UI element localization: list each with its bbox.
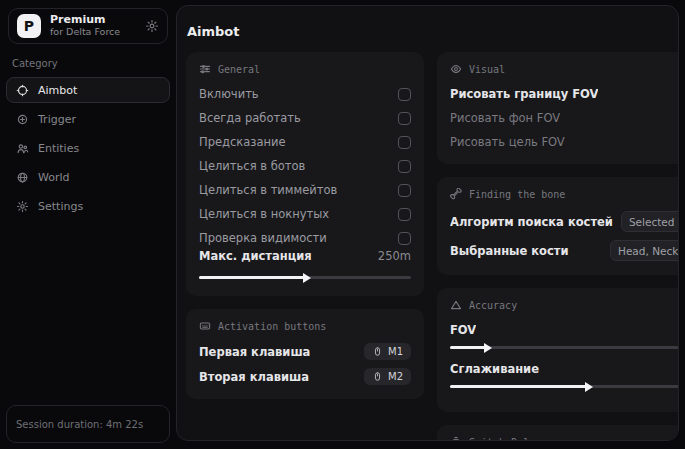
toggle-checkbox[interactable] [398, 136, 411, 149]
bone-row-list: Алгоритм поиска костейSelected boneВыбра… [450, 211, 679, 261]
toggle-row: Включить [199, 86, 411, 102]
toggle-checkbox[interactable] [398, 88, 411, 101]
card-activation-header: Activation buttons [199, 320, 411, 332]
bone-row: Выбранные костиHead, Neck, Body, Pe.. [450, 240, 679, 261]
sidebar-item-aimbot[interactable]: Aimbot [6, 77, 170, 103]
fov-slider[interactable] [450, 342, 679, 352]
toggle-row: Целиться в тиммейтов [199, 182, 411, 198]
world-icon [16, 171, 29, 184]
mouse-icon [372, 371, 383, 382]
bone-select[interactable]: Head, Neck, Body, Pe.. [610, 240, 679, 261]
sidebar-item-trigger[interactable]: Trigger [6, 106, 170, 132]
category-label: Category [12, 58, 164, 69]
sidebar: P Premium for Delta Force Category Aimbo… [0, 0, 176, 449]
card-visual: Visual Рисовать границу FOVРисовать фон … [437, 52, 679, 164]
slider-fill [450, 385, 587, 388]
app-subtitle: for Delta Force [50, 27, 136, 38]
select-value: Selected bone [629, 216, 679, 228]
gear-icon[interactable] [145, 19, 159, 33]
sidebar-item-world[interactable]: World [6, 164, 170, 190]
toggle-row: Целиться в ботов [199, 158, 411, 174]
sidebar-item-label: Trigger [38, 113, 76, 126]
brand-text: Premium for Delta Force [50, 14, 136, 38]
card-finding-bone: Finding the bone Алгоритм поиска костейS… [437, 177, 679, 275]
max-distance-slider[interactable] [199, 272, 411, 282]
keybind-value: M1 [388, 346, 403, 357]
card-switch-header: Switch Delay [450, 436, 679, 441]
sidebar-item-settings[interactable]: Settings [6, 193, 170, 219]
app-logo: P [17, 14, 41, 38]
card-title: Visual [469, 64, 505, 75]
bone-row: Алгоритм поиска костейSelected bone [450, 211, 679, 232]
max-distance-slider-group: Макс. дистанция250m [199, 248, 411, 282]
keyboard-icon [199, 320, 211, 332]
toggle-row: Всегда работать [199, 110, 411, 126]
toggle-label: Целиться в нокнутых [199, 207, 329, 221]
trigger-icon [16, 113, 29, 126]
card-activation: Activation buttons Первая клавишаM1Втора… [186, 309, 424, 399]
keybind-row: Первая клавишаM1 [199, 343, 411, 360]
page-title: Aimbot [187, 24, 672, 39]
settings-icon [16, 200, 29, 213]
toggle-checkbox[interactable] [398, 184, 411, 197]
keybind-button[interactable]: M1 [364, 343, 411, 360]
card-general-header: General [199, 63, 411, 75]
sidebar-item-label: Settings [38, 200, 83, 213]
keybind-button[interactable]: M2 [364, 368, 411, 385]
brand-card: P Premium for Delta Force [8, 8, 168, 44]
main-panel: Aimbot General ВключитьВсегда работатьПр… [176, 5, 679, 441]
card-title: Accuracy [469, 300, 517, 311]
sidebar-item-entities[interactable]: Entities [6, 135, 170, 161]
slider-label-row: Сглаживание50% [450, 361, 679, 377]
slider-thumb[interactable] [484, 343, 492, 353]
card-bone-header: Finding the bone [450, 188, 679, 200]
toggle-label: Включить [199, 87, 259, 101]
toggle-row: Предсказание [199, 134, 411, 150]
bone-select[interactable]: Selected bone [621, 211, 679, 232]
toggle-checkbox[interactable] [398, 112, 411, 125]
mouse-icon [372, 346, 383, 357]
toggle-label: Целиться в тиммейтов [199, 183, 337, 197]
smoothing-group: Сглаживание50% [450, 361, 679, 391]
smoothing-label: Сглаживание [450, 362, 539, 376]
card-switch-delay: Switch Delay Задержка переключения Задер… [437, 425, 679, 441]
keybind-row: Вторая клавишаM2 [199, 368, 411, 385]
smoothing-slider[interactable] [450, 381, 679, 391]
keybind-label: Вторая клавиша [199, 370, 309, 384]
visual-row: Рисовать фон FOV [450, 110, 679, 126]
visual-row-list: Рисовать границу FOVРисовать фон FOVРисо… [450, 86, 679, 150]
slider-thumb[interactable] [303, 273, 311, 283]
session-duration-text: Session duration: 4m 22s [16, 419, 143, 430]
card-accuracy: Accuracy FOV60°Сглаживание50% [437, 288, 679, 412]
slider-label-row: Макс. дистанция250m [199, 248, 411, 264]
toggle-label: Предсказание [199, 135, 286, 149]
sidebar-item-label: Entities [38, 142, 79, 155]
toggle-checkbox[interactable] [398, 232, 411, 245]
keybind-label: Первая клавиша [199, 345, 310, 359]
sidebar-item-label: Aimbot [38, 84, 77, 97]
sidebar-spacer [6, 219, 170, 405]
card-accuracy-header: Accuracy [450, 299, 679, 311]
eye-icon [450, 63, 462, 75]
bone-icon [450, 188, 462, 200]
visual-label: Рисовать фон FOV [450, 111, 560, 125]
visual-label: Рисовать цель FOV [450, 135, 565, 149]
toggle-label: Всегда работать [199, 111, 301, 125]
entities-icon [16, 142, 29, 155]
sidebar-item-label: World [38, 171, 70, 184]
card-title: Finding the bone [469, 189, 565, 200]
bone-label: Выбранные кости [450, 244, 569, 258]
visual-label: Рисовать границу FOV [450, 87, 598, 101]
card-visual-header: Visual [450, 63, 679, 75]
slider-label-row: FOV60° [450, 322, 679, 338]
max-distance-value: 250m [378, 249, 411, 263]
slider-fill [450, 346, 486, 349]
timer-icon [450, 436, 462, 441]
fov-group: FOV60° [450, 322, 679, 352]
toggle-row: Проверка видимости [199, 230, 411, 246]
slider-thumb[interactable] [585, 382, 593, 392]
toggle-checkbox[interactable] [398, 160, 411, 173]
toggle-checkbox[interactable] [398, 208, 411, 221]
card-title: Activation buttons [218, 321, 326, 332]
visual-row: Рисовать границу FOV [450, 86, 679, 102]
